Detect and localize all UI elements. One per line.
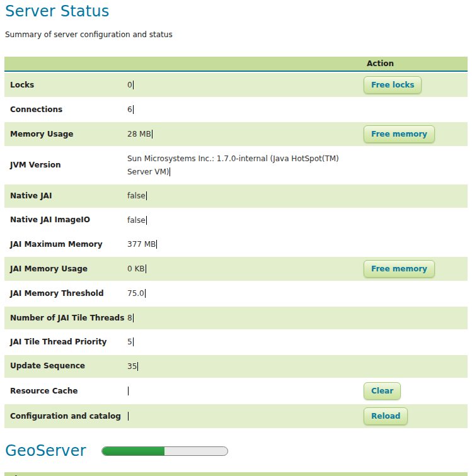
free-memory-button[interactable]: Free memory <box>364 125 435 143</box>
table-row: Native JAI ImageIO false <box>4 209 468 233</box>
text-caret <box>137 362 138 371</box>
text-caret <box>152 130 153 139</box>
text-caret <box>156 240 157 249</box>
reload-button[interactable]: Reload <box>364 407 408 425</box>
row-label: Native JAI ImageIO <box>10 215 90 224</box>
row-value: false <box>127 216 146 225</box>
row-value: 28 MB <box>127 130 151 139</box>
table-row: JAI Memory Threshold 75.0 <box>4 282 468 306</box>
progress-fill <box>102 447 165 455</box>
row-label: Resource Cache <box>10 387 78 395</box>
row-label: JAI Memory Threshold <box>10 289 104 298</box>
text-caret <box>128 412 129 421</box>
value-column-header <box>127 57 362 72</box>
text-caret <box>133 314 134 322</box>
row-value: false <box>127 191 146 200</box>
free-memory-button[interactable]: Free memory <box>364 260 435 278</box>
row-value: 6 <box>127 105 132 114</box>
row-label: JAI Maximum Memory <box>10 240 103 249</box>
row-label: JVM Version <box>10 161 61 169</box>
row-value: 8 <box>127 314 132 322</box>
row-value: 0 KB <box>127 264 145 273</box>
page-subtitle: Summary of server configuration and stat… <box>5 30 468 39</box>
row-label: Locks <box>10 81 34 89</box>
timestamps-header: Timestamps <box>4 472 468 476</box>
text-caret <box>133 105 134 114</box>
row-label: JAI Memory Usage <box>10 264 88 273</box>
table-row: JVM Version Sun Microsystems Inc.: 1.7.0… <box>4 147 468 184</box>
row-label: Memory Usage <box>10 130 73 139</box>
text-caret <box>146 264 146 273</box>
geoserver-progress-bar <box>101 446 228 456</box>
table-row: Memory Usage 28 MB Free memory <box>4 122 468 147</box>
row-value: 377 MB <box>127 240 156 249</box>
row-label: Configuration and catalog <box>10 412 121 421</box>
page-title: Server Status <box>4 1 468 20</box>
row-value: Sun Microsystems Inc.: 1.7.0-internal (J… <box>127 154 339 176</box>
server-status-page: Server Status Summary of server configur… <box>0 0 472 476</box>
table-row: Connections 6 <box>4 98 468 122</box>
label-column-header <box>4 57 127 72</box>
geoserver-heading: GeoServer <box>4 441 86 460</box>
text-caret <box>145 289 146 298</box>
table-row: Resource Cache Clear <box>4 379 468 404</box>
row-value: 35 <box>127 362 137 371</box>
text-caret <box>133 337 134 346</box>
table-row: JAI Maximum Memory 377 MB <box>4 233 468 257</box>
row-label: Native JAI <box>10 191 52 200</box>
timestamps-table: Timestamps GeoServer Jul 14, 3:07 PM Con… <box>4 472 468 476</box>
row-value: 0 <box>127 81 132 89</box>
row-label: JAI Tile Thread Priority <box>10 337 106 346</box>
clear-button[interactable]: Clear <box>364 382 401 400</box>
row-label: Connections <box>10 105 62 114</box>
row-label: Update Sequence <box>10 361 85 370</box>
text-caret <box>170 167 170 176</box>
free-locks-button[interactable]: Free locks <box>364 76 422 94</box>
text-caret <box>146 216 147 225</box>
status-table-body: Locks 0 Free locks Connections 6 Memory … <box>4 72 468 429</box>
table-row: Number of JAI Tile Threads 8 <box>4 307 468 331</box>
text-caret <box>133 81 134 89</box>
action-column-header: Action <box>362 57 468 72</box>
status-table-header-row: Action <box>4 57 468 72</box>
table-row: Update Sequence 35 <box>4 355 468 379</box>
row-value: 5 <box>127 337 132 346</box>
row-label: Number of JAI Tile Threads <box>10 314 124 322</box>
row-value: 75.0 <box>127 289 144 298</box>
table-row: JAI Memory Usage 0 KB Free memory <box>4 257 468 282</box>
table-row: JAI Tile Thread Priority 5 <box>4 331 468 354</box>
text-caret <box>128 387 129 395</box>
text-caret <box>146 191 147 200</box>
status-table: Action Locks 0 Free locks Connections 6 … <box>4 57 468 429</box>
table-row: Native JAI false <box>4 184 468 208</box>
timestamps-header-row: Timestamps <box>4 472 468 476</box>
geoserver-section: GeoServer <box>4 441 468 460</box>
table-row: Locks 0 Free locks <box>4 72 468 98</box>
table-row: Configuration and catalog Reload <box>4 404 468 429</box>
